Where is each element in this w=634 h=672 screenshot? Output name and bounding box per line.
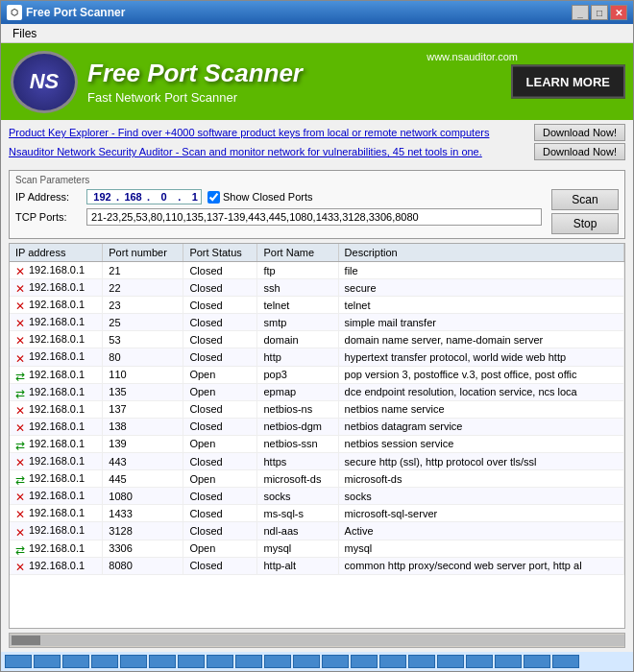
banner-url: www.nsauditor.com <box>427 51 518 62</box>
horizontal-scrollbar[interactable] <box>9 633 625 648</box>
cell-status: Closed <box>183 348 257 366</box>
ip-octet-2[interactable] <box>121 191 145 203</box>
cell-ip: ⇄192.168.0.1 <box>10 366 103 383</box>
cell-status: Open <box>183 435 257 452</box>
table-row: ⇄192.168.0.1 135 Open epmap dce endpoint… <box>10 383 624 400</box>
cell-status: Closed <box>183 297 257 314</box>
tcp-ports-input[interactable] <box>86 208 542 226</box>
cell-ip: ⇄192.168.0.1 <box>10 435 103 452</box>
cell-status: Open <box>183 383 257 400</box>
scrollbar-thumb[interactable] <box>12 636 40 645</box>
cell-port: 137 <box>103 400 183 418</box>
cell-name: ndl-aas <box>257 522 338 540</box>
scan-parameters-panel: Scan Parameters IP Address: . . . <box>9 170 625 239</box>
cell-name: netbios-ns <box>257 400 338 418</box>
status-tile <box>552 655 579 668</box>
cell-port: 3128 <box>103 522 183 540</box>
cell-desc: secure <box>338 279 623 297</box>
show-closed-checkbox[interactable] <box>207 191 220 204</box>
table-row: ✕192.168.0.1 1433 Closed ms-sql-s micros… <box>10 505 624 522</box>
cell-ip: ⇄192.168.0.1 <box>10 540 103 557</box>
table-row: ⇄192.168.0.1 139 Open netbios-ssn netbio… <box>10 435 624 452</box>
cell-port: 22 <box>103 279 183 297</box>
status-tile <box>437 655 464 668</box>
cell-status: Open <box>183 540 257 557</box>
menu-bar: Files <box>1 24 633 43</box>
cell-port: 110 <box>103 366 183 383</box>
cell-ip: ✕192.168.0.1 <box>10 262 103 279</box>
scan-button[interactable]: Scan <box>551 189 619 210</box>
window-controls: _ □ ✕ <box>572 5 627 20</box>
closed-icon: ✕ <box>15 300 27 311</box>
cell-port: 53 <box>103 331 183 348</box>
scrollbar-track[interactable] <box>10 635 624 646</box>
closed-icon: ✕ <box>15 456 27 468</box>
table-row: ✕192.168.0.1 22 Closed ssh secure <box>10 279 624 297</box>
col-header-name: Port Name <box>257 244 338 262</box>
cell-port: 139 <box>103 435 183 452</box>
cell-desc: telnet <box>338 297 623 314</box>
table-row: ⇄192.168.0.1 3306 Open mysql mysql <box>10 540 624 557</box>
cell-name: telnet <box>257 297 338 314</box>
cell-status: Open <box>183 366 257 383</box>
closed-icon: ✕ <box>15 334 27 346</box>
minimize-button[interactable]: _ <box>572 5 589 20</box>
table-row: ✕192.168.0.1 443 Closed https secure htt… <box>10 453 624 470</box>
cell-status: Closed <box>183 418 257 435</box>
maximize-button[interactable]: □ <box>591 5 608 20</box>
cell-status: Closed <box>183 453 257 470</box>
learn-more-button[interactable]: LEARN MORE <box>511 65 625 99</box>
ip-label: IP Address: <box>15 191 81 203</box>
show-closed-checkbox-row: Show Closed Ports <box>207 191 313 204</box>
cell-name: pop3 <box>257 366 338 383</box>
status-tile <box>91 655 118 668</box>
cell-name: https <box>257 453 338 470</box>
cell-desc: secure http (ssl), http protocol over tl… <box>338 453 623 470</box>
cell-desc: common http proxy/second web server port… <box>338 557 623 574</box>
cell-status: Open <box>183 470 257 488</box>
nsauditor-link[interactable]: Nsauditor Network Security Auditor - Sca… <box>9 146 482 157</box>
cell-name: epmap <box>257 383 338 400</box>
cell-desc: pop version 3, postoffice v.3, post offi… <box>338 366 623 383</box>
status-tile <box>235 655 262 668</box>
cell-ip: ⇄192.168.0.1 <box>10 470 103 488</box>
status-tile <box>120 655 147 668</box>
cell-name: http-alt <box>257 557 338 574</box>
status-tile <box>149 655 176 668</box>
cell-port: 445 <box>103 470 183 488</box>
cell-port: 25 <box>103 314 183 331</box>
cell-desc: microsoft-ds <box>338 470 623 488</box>
results-table-container[interactable]: IP address Port number Port Status Port … <box>9 243 625 629</box>
main-window: ⬡ Free Port Scanner _ □ ✕ Files NS Free … <box>0 0 634 672</box>
cell-name: mysql <box>257 540 338 557</box>
cell-status: Closed <box>183 400 257 418</box>
ip-octet-3[interactable] <box>152 191 176 203</box>
closed-icon: ✕ <box>15 352 27 364</box>
cell-port: 23 <box>103 297 183 314</box>
col-header-port: Port number <box>103 244 183 262</box>
close-button[interactable]: ✕ <box>610 5 627 20</box>
product-key-link[interactable]: Product Key Explorer - Find over +4000 s… <box>9 127 489 138</box>
cell-ip: ✕192.168.0.1 <box>10 331 103 348</box>
closed-icon: ✕ <box>15 282 27 294</box>
download-button-2[interactable]: Download Now! <box>534 143 625 160</box>
table-row: ⇄192.168.0.1 110 Open pop3 pop version 3… <box>10 366 624 383</box>
table-row: ✕192.168.0.1 1080 Closed socks socks <box>10 488 624 505</box>
open-icon: ⇄ <box>15 387 27 398</box>
cell-desc: Active <box>338 522 623 540</box>
ip-octet-4[interactable] <box>183 191 207 203</box>
tcp-label: TCP Ports: <box>15 211 81 223</box>
cell-ip: ✕192.168.0.1 <box>10 557 103 574</box>
download-button-1[interactable]: Download Now! <box>534 124 625 141</box>
title-bar: ⬡ Free Port Scanner _ □ ✕ <box>1 1 633 24</box>
ip-octet-1[interactable] <box>90 191 114 203</box>
cell-ip: ⇄192.168.0.1 <box>10 383 103 400</box>
cell-port: 3306 <box>103 540 183 557</box>
cell-desc: socks <box>338 488 623 505</box>
table-row: ✕192.168.0.1 23 Closed telnet telnet <box>10 297 624 314</box>
stop-button[interactable]: Stop <box>551 213 619 234</box>
menu-files[interactable]: Files <box>5 26 44 41</box>
ip-address-input[interactable]: . . . <box>86 189 202 204</box>
cell-name: netbios-dgm <box>257 418 338 435</box>
status-tile <box>351 655 378 668</box>
